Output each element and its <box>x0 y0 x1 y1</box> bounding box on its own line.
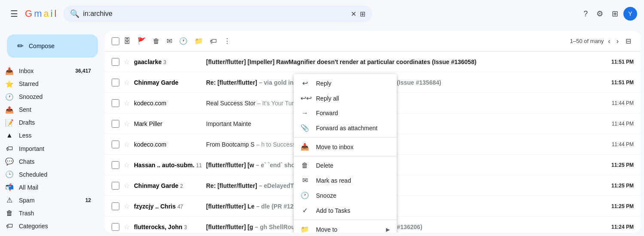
star-button[interactable]: ☆ <box>123 98 131 108</box>
menu-item-forward-attachment[interactable]: 📎 Forward as attachment <box>294 120 397 135</box>
sidebar-item-drafts[interactable]: 📝 Drafts <box>0 116 98 129</box>
sidebar-item-less[interactable]: ▲ Less <box>0 129 98 142</box>
row-checkbox[interactable] <box>112 99 119 107</box>
menu-item-reply-all[interactable]: ↩↩ Reply all <box>294 91 397 106</box>
sender-name: Mark Piller <box>134 120 203 127</box>
star-button[interactable]: ☆ <box>123 222 131 232</box>
menu-item-mark-read[interactable]: ✉ Mark as read <box>294 173 397 188</box>
report-spam-button[interactable]: 🚩 <box>135 34 149 48</box>
topbar: ☰ Gmail 🔍 ✕ ⊞ ? ⚙ ⊞ Y <box>0 0 644 28</box>
view-type-button[interactable]: ⊟ <box>623 34 634 48</box>
clear-search-icon[interactable]: ✕ <box>351 10 356 18</box>
hamburger-menu-button[interactable]: ☰ <box>7 5 21 22</box>
menu-item-add-tasks[interactable]: ✓ Add to Tasks <box>294 203 397 218</box>
table-row[interactable]: ☆ gaaclarke 3 [flutter/flutter] [Impelle… <box>105 52 641 72</box>
menu-item-delete[interactable]: 🗑 Delete <box>294 158 397 173</box>
row-checkbox[interactable] <box>112 161 119 169</box>
subject-snippet: [flutter/flutter] [w – e` `end` shortcut… <box>206 162 603 169</box>
starred-icon: ⭐ <box>5 80 14 88</box>
sidebar-item-starred[interactable]: ⭐ Starred <box>0 77 98 90</box>
star-button[interactable]: ☆ <box>123 181 131 190</box>
mark-read-button[interactable]: ✉ <box>164 34 175 48</box>
older-button[interactable]: › <box>614 35 621 48</box>
labels-button[interactable]: 🏷 <box>207 35 219 48</box>
important-icon: 🏷 <box>5 145 14 153</box>
row-checkbox[interactable] <box>112 120 119 128</box>
compose-button[interactable]: ✏ Compose <box>7 34 98 58</box>
apps-button[interactable]: ⊞ <box>608 6 622 22</box>
menu-item-move-inbox[interactable]: 📥 Move to inbox <box>294 139 397 154</box>
pagination-text: 1–50 of many <box>570 38 604 44</box>
context-menu: ↩ Reply ↩↩ Reply all → Forward 📎 Forward… <box>294 74 397 233</box>
delete-button[interactable]: 🗑 <box>150 35 162 48</box>
sidebar-item-categories[interactable]: 🏷 Categories <box>0 220 98 233</box>
subject-snippet: Important Mainte <box>206 120 603 127</box>
row-checkbox[interactable] <box>112 223 119 231</box>
snooze-icon: 🕐 <box>301 191 309 199</box>
menu-item-snooze[interactable]: 🕐 Snooze <box>294 188 397 203</box>
drafts-icon: 📝 <box>5 119 14 127</box>
menu-item-move-to[interactable]: 📁 Move to ▶ <box>294 222 397 233</box>
settings-button[interactable]: ⚙ <box>593 6 607 22</box>
sender-name: kodeco.com <box>134 100 203 107</box>
menu-label: Move to inbox <box>316 144 390 150</box>
search-input[interactable] <box>83 10 347 18</box>
timestamp: 11:51 PM <box>610 80 634 86</box>
sender-name: fzyzcjy .. Chris 47 <box>134 203 203 210</box>
content-area: ✏ Compose 📥 Inbox 36,417 ⭐ Starred 🕐 Sno… <box>0 28 644 236</box>
sidebar-item-spam[interactable]: ⚠ Spam 12 <box>0 194 98 207</box>
snooze-button[interactable]: 🕐 <box>176 34 190 48</box>
support-button[interactable]: ? <box>580 6 591 22</box>
sidebar-item-label: Inbox <box>19 67 33 74</box>
sidebar-item-chats[interactable]: 💬 Chats <box>0 155 98 168</box>
sidebar-item-important[interactable]: 🏷 Important <box>0 142 98 155</box>
more-button[interactable]: ⋮ <box>221 34 233 48</box>
row-checkbox[interactable] <box>112 141 119 148</box>
menu-item-reply[interactable]: ↩ Reply <box>294 76 397 91</box>
add-tasks-icon: ✓ <box>301 206 309 215</box>
star-button[interactable]: ☆ <box>123 77 131 87</box>
sidebar-item-scheduled[interactable]: 🕒 Scheduled <box>0 168 98 181</box>
row-checkbox[interactable] <box>112 58 119 66</box>
newer-button[interactable]: ‹ <box>605 35 613 48</box>
all-mail-icon: 📬 <box>5 183 14 191</box>
compose-label: Compose <box>29 43 55 49</box>
star-button[interactable]: ☆ <box>123 57 131 67</box>
sidebar-item-label: Starred <box>19 80 39 87</box>
sidebar-item-trash[interactable]: 🗑 Trash <box>0 207 98 220</box>
sidebar-item-inbox[interactable]: 📥 Inbox 36,417 <box>0 64 98 77</box>
sent-icon: 📤 <box>5 106 14 114</box>
archive-button[interactable]: 🗄 <box>121 35 133 48</box>
search-options-icon[interactable]: ⊞ <box>360 10 365 18</box>
star-button[interactable]: ☆ <box>123 160 131 170</box>
snoozed-icon: 🕐 <box>5 93 14 101</box>
sidebar-item-all-mail[interactable]: 📬 All Mail <box>0 181 98 194</box>
search-icon[interactable]: 🔍 <box>70 9 79 18</box>
sidebar-item-label: Important <box>19 145 44 152</box>
sidebar-item-snoozed[interactable]: 🕐 Snoozed <box>0 90 98 103</box>
main-panel: 🗄 🚩 🗑 ✉ 🕐 📁 🏷 ⋮ 1–50 of many ‹ › ⊟ <box>105 31 641 233</box>
menu-label: Add to Tasks <box>316 207 390 214</box>
sidebar-item-sent[interactable]: 📤 Sent <box>0 103 98 116</box>
row-checkbox[interactable] <box>112 202 119 210</box>
timestamp: 11:44 PM <box>610 100 634 106</box>
row-checkbox[interactable] <box>112 79 119 86</box>
delete-icon: 🗑 <box>301 162 309 169</box>
star-button[interactable]: ☆ <box>123 119 131 129</box>
sidebar-item-label: Less <box>19 132 32 139</box>
star-button[interactable]: ☆ <box>123 201 131 211</box>
star-button[interactable]: ☆ <box>123 139 131 149</box>
sender-name: Hassan .. auto-subm. 11 <box>134 162 203 169</box>
sidebar-item-label: Trash <box>19 210 34 217</box>
subject-snippet: Real Success Stor – It's Your Turn! <box>206 100 603 107</box>
sender-name: kodeco.com <box>134 141 203 148</box>
avatar[interactable]: Y <box>623 7 637 21</box>
menu-item-forward[interactable]: → Forward <box>294 106 397 120</box>
select-all-checkbox[interactable] <box>112 37 119 45</box>
scheduled-icon: 🕒 <box>5 170 14 178</box>
compose-icon: ✏ <box>17 41 24 51</box>
row-checkbox[interactable] <box>112 182 119 190</box>
move-to-button[interactable]: 📁 <box>192 34 206 48</box>
menu-label: Move to <box>316 226 379 233</box>
subject-snippet: [flutter/flutter] [g – gh ShellRoute's c… <box>206 224 603 230</box>
